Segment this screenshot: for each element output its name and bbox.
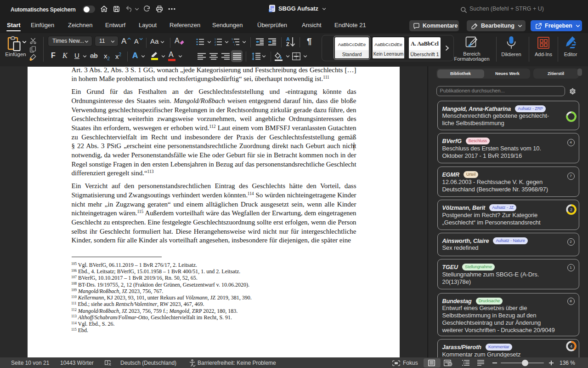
svg-text:i: i [234, 43, 235, 46]
svg-text:2: 2 [570, 207, 572, 212]
svg-text:4: 4 [570, 344, 572, 348]
svg-text:3: 3 [215, 43, 216, 46]
svg-text:W: W [269, 9, 272, 12]
